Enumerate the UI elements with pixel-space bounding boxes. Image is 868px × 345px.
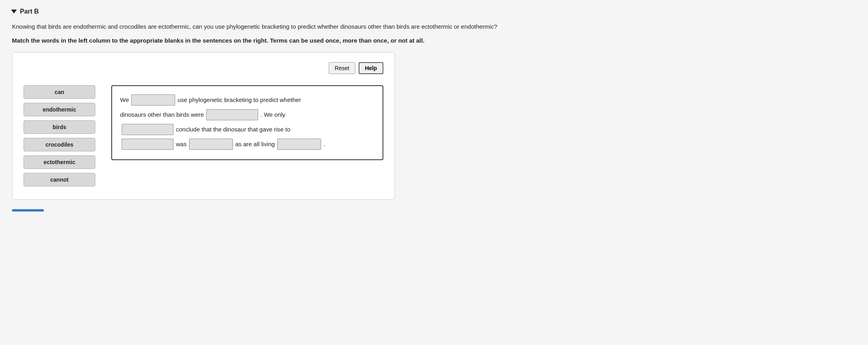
word-bank: can endothermic birds crocodiles ectothe… xyxy=(24,85,95,186)
sentence-4-mid1: was xyxy=(176,137,187,151)
sentence-area: We use phylogenetic bracketing to predic… xyxy=(111,85,383,160)
sentence-line-4: was as are all living . xyxy=(120,137,375,151)
sentence-4-mid2: as are all living xyxy=(235,137,275,151)
word-birds[interactable]: birds xyxy=(24,120,95,134)
word-endothermic[interactable]: endothermic xyxy=(24,103,95,116)
sentence-line-1: We use phylogenetic bracketing to predic… xyxy=(120,93,375,106)
word-crocodiles[interactable]: crocodiles xyxy=(24,138,95,151)
sentence-2-pre: dinosaurs other than birds were xyxy=(120,108,204,121)
reset-button[interactable]: Reset xyxy=(329,62,355,74)
blank-4[interactable] xyxy=(122,139,174,150)
sentence-line-2: dinosaurs other than birds were . We onl… xyxy=(120,108,375,121)
blank-3[interactable] xyxy=(122,124,174,135)
part-label: Part B xyxy=(20,8,39,15)
top-buttons: Reset Help xyxy=(24,62,383,74)
sentence-4-end: . xyxy=(324,137,325,151)
blank-6[interactable] xyxy=(277,139,321,150)
word-cannot[interactable]: cannot xyxy=(24,173,95,186)
word-ectothermic[interactable]: ectothermic xyxy=(24,155,95,169)
sentence-line-3: conclude that the dinosaur that gave ris… xyxy=(120,123,375,136)
bottom-bar xyxy=(12,209,44,212)
sentence-1-pre: We xyxy=(120,93,129,106)
instruction-text: Match the words in the left column to th… xyxy=(12,36,856,45)
sentence-1-post: use phylogenetic bracketing to predict w… xyxy=(178,93,301,106)
help-button[interactable]: Help xyxy=(359,62,383,74)
sentence-3-post: conclude that the dinosaur that gave ris… xyxy=(176,123,290,136)
activity-box: Reset Help can endothermic birds crocodi… xyxy=(12,52,395,200)
blank-1[interactable] xyxy=(131,94,175,106)
word-can[interactable]: can xyxy=(24,85,95,99)
intro-text: Knowing that birds are endothermic and c… xyxy=(12,22,856,31)
sentence-2-post: . We only xyxy=(260,108,285,121)
collapse-icon[interactable] xyxy=(11,10,17,14)
activity-content: can endothermic birds crocodiles ectothe… xyxy=(24,85,383,186)
part-header: Part B xyxy=(12,8,856,15)
blank-2[interactable] xyxy=(206,109,258,120)
blank-5[interactable] xyxy=(189,139,233,150)
